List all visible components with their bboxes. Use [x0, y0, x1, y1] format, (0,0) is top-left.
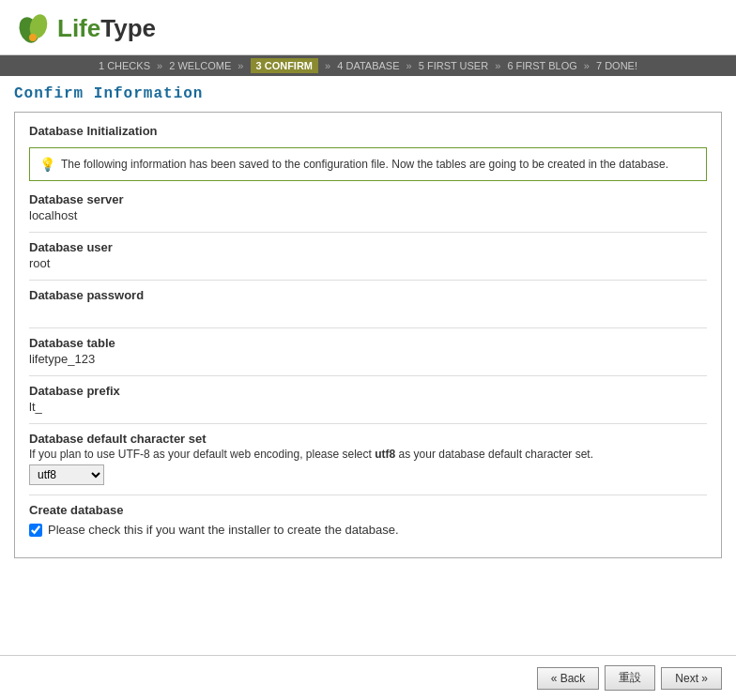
db-prefix-value: lt_ [29, 400, 707, 414]
step4[interactable]: 4 DATABASE [337, 60, 399, 71]
create-db-checkbox[interactable] [29, 524, 42, 537]
step1[interactable]: 1 CHECKS [99, 60, 150, 71]
create-db-checkbox-label: Please check this if you want the instal… [48, 523, 399, 537]
db-table-value: lifetype_123 [29, 352, 707, 366]
nav-steps: 1 CHECKS » 2 WELCOME » 3 CONFIRM » 4 DAT… [0, 55, 736, 76]
db-charset-desc-text2: as your database default character set. [399, 448, 593, 461]
db-prefix-field: Database prefix lt_ [29, 384, 707, 414]
db-table-label: Database table [29, 336, 707, 350]
logo: LifeType [14, 9, 156, 47]
sep3: » [325, 60, 330, 71]
db-user-value: root [29, 256, 707, 270]
step5[interactable]: 5 FIRST USER [419, 60, 488, 71]
sep2: » [238, 60, 243, 71]
sep6: » [584, 60, 590, 71]
db-charset-select-container: utf8 latin1 utf16 [29, 464, 707, 485]
footer: « Back 重設 Next » [0, 655, 736, 700]
create-db-checkbox-row: Please check this if you want the instal… [29, 523, 707, 537]
db-user-field: Database user root [29, 240, 707, 270]
db-charset-highlight: utf8 [375, 448, 395, 461]
next-button[interactable]: Next » [661, 667, 722, 690]
section-title: Database Initialization [29, 124, 707, 138]
db-charset-description: If you plan to use UTF-8 as your default… [29, 448, 707, 461]
logo-text: LifeType [57, 14, 156, 43]
page-title: Confirm Information [0, 76, 736, 112]
sep5: » [495, 60, 500, 71]
db-prefix-label: Database prefix [29, 384, 707, 398]
db-server-value: localhost [29, 208, 707, 222]
header: LifeType [0, 0, 736, 55]
db-charset-desc-text: If you plan to use UTF-8 as your default… [29, 448, 372, 461]
sep1: » [157, 60, 162, 71]
info-box: 💡 The following information has been sav… [29, 147, 707, 181]
db-charset-field: Database default character set If you pl… [29, 432, 707, 485]
step3-active[interactable]: 3 CONFIRM [251, 58, 319, 73]
step6[interactable]: 6 FIRST BLOG [507, 60, 576, 71]
create-db-field: Create database Please check this if you… [29, 503, 707, 537]
db-user-label: Database user [29, 240, 707, 254]
info-icon: 💡 [39, 157, 55, 172]
step2[interactable]: 2 WELCOME [169, 60, 231, 71]
db-password-field: Database password [29, 288, 707, 318]
database-initialization-section: Database Initialization 💡 The following … [14, 112, 722, 558]
svg-point-2 [29, 34, 37, 41]
db-server-field: Database server localhost [29, 192, 707, 222]
info-text: The following information has been saved… [61, 156, 668, 173]
reset-button[interactable]: 重設 [605, 665, 655, 691]
db-charset-select[interactable]: utf8 latin1 utf16 [29, 464, 104, 485]
logo-icon [14, 9, 52, 47]
db-table-field: Database table lifetype_123 [29, 336, 707, 366]
db-password-value [29, 304, 707, 318]
create-db-label: Create database [29, 503, 707, 517]
sep4: » [406, 60, 412, 71]
back-button[interactable]: « Back [537, 667, 600, 690]
db-server-label: Database server [29, 192, 707, 206]
step7-done[interactable]: 7 DONE! [596, 60, 637, 71]
main-content: Database Initialization 💡 The following … [0, 112, 736, 582]
db-password-label: Database password [29, 288, 707, 302]
db-charset-label: Database default character set [29, 432, 707, 446]
